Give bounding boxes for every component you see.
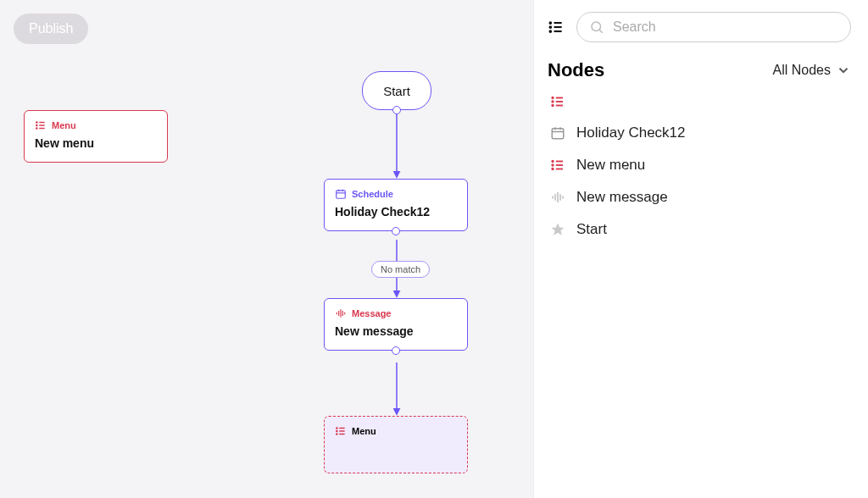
svg-point-43 — [552, 161, 554, 163]
svg-point-33 — [552, 97, 554, 99]
menu-icon — [550, 158, 565, 173]
svg-line-32 — [599, 30, 603, 33]
node-title: Holiday Check12 — [335, 205, 457, 219]
node-type-label: Menu — [52, 120, 76, 130]
list-item[interactable]: New menu — [548, 149, 851, 181]
start-node[interactable]: Start — [362, 71, 431, 110]
side-panel: Nodes All Nodes Holiday Check12 New menu — [533, 0, 868, 498]
svg-rect-10 — [337, 191, 346, 198]
search-input-wrap[interactable] — [576, 12, 851, 42]
search-input[interactable] — [613, 19, 838, 35]
svg-point-35 — [552, 101, 554, 102]
calendar-icon — [335, 188, 347, 200]
node-type-label: Menu — [352, 426, 376, 436]
node-card-message[interactable]: Message New message — [324, 298, 468, 351]
search-icon — [589, 19, 604, 35]
list-item[interactable] — [548, 86, 851, 117]
svg-point-25 — [550, 22, 552, 24]
svg-point-29 — [550, 30, 552, 32]
svg-point-45 — [552, 164, 554, 166]
menu-icon — [335, 425, 347, 437]
list-item[interactable]: Start — [548, 213, 851, 246]
node-type-label: Message — [352, 308, 391, 318]
list-toggle-icon[interactable] — [548, 19, 565, 36]
flow-canvas[interactable]: Publish Start Menu New menu — [0, 0, 533, 498]
svg-point-31 — [592, 22, 601, 31]
node-card-menu-drop[interactable]: Menu — [324, 416, 468, 473]
menu-icon — [35, 119, 47, 131]
port-icon[interactable] — [392, 106, 401, 114]
audio-icon — [335, 307, 347, 319]
start-label: Start — [383, 84, 410, 98]
svg-marker-54 — [552, 224, 565, 235]
svg-point-21 — [337, 430, 337, 431]
list-item[interactable]: Holiday Check12 — [548, 117, 851, 149]
list-item-label: New menu — [576, 157, 645, 174]
port-icon[interactable] — [392, 227, 400, 235]
node-title: New menu — [35, 136, 157, 150]
calendar-icon — [550, 125, 565, 141]
svg-point-23 — [337, 434, 337, 434]
node-card-schedule[interactable]: Schedule Holiday Check12 — [324, 179, 468, 231]
svg-point-27 — [550, 26, 552, 28]
svg-point-37 — [552, 105, 554, 107]
node-title: New message — [335, 324, 457, 338]
star-icon — [550, 222, 565, 237]
list-item-label: Start — [576, 221, 607, 238]
node-type-label: Schedule — [352, 189, 393, 199]
no-match-badge[interactable]: No match — [371, 261, 430, 278]
svg-point-6 — [36, 125, 37, 125]
svg-rect-39 — [552, 129, 564, 139]
node-list: Holiday Check12 New menu New message Sta… — [548, 86, 851, 246]
list-item[interactable]: New message — [548, 181, 851, 213]
audio-icon — [550, 190, 565, 205]
panel-heading: Nodes — [548, 59, 604, 81]
list-item-label: New message — [576, 189, 668, 206]
list-item-label: Holiday Check12 — [576, 125, 686, 141]
filter-label: All Nodes — [773, 63, 831, 78]
node-card-menu[interactable]: Menu New menu — [24, 110, 168, 163]
svg-point-19 — [337, 428, 337, 429]
chevron-down-icon — [836, 63, 851, 78]
filter-dropdown[interactable]: All Nodes — [773, 63, 851, 78]
svg-point-8 — [36, 128, 37, 129]
svg-point-47 — [552, 169, 554, 170]
port-icon[interactable] — [392, 346, 400, 355]
publish-button[interactable]: Publish — [14, 14, 88, 44]
menu-icon — [550, 94, 565, 109]
svg-point-4 — [36, 122, 37, 123]
